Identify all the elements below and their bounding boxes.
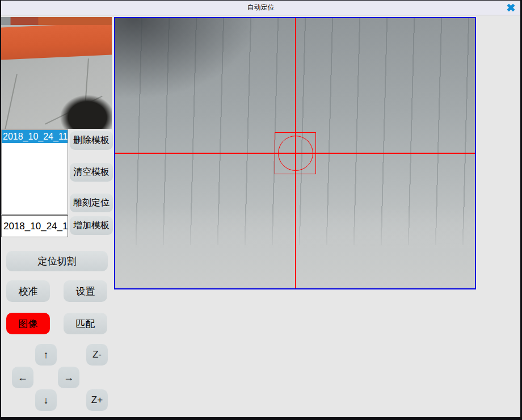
content-area: 2018_10_24_11 删除模板 清空模板 雕刻定位 增加模板 定位切割 校… [1, 15, 520, 417]
preview-tiles-decor [1, 57, 112, 129]
roi-circle [278, 136, 313, 171]
jog-right-button[interactable]: → [58, 367, 79, 388]
template-name-input[interactable] [1, 215, 68, 237]
jog-up-button[interactable]: ↑ [35, 344, 57, 366]
calibrate-button[interactable]: 校准 [6, 280, 50, 302]
image-button[interactable]: 图像 [6, 313, 50, 334]
jog-down-button[interactable]: ↓ [35, 389, 57, 411]
preview-top-strip-decor [1, 17, 112, 25]
template-list-item[interactable]: 2018_10_24_11 [2, 130, 68, 143]
close-icon [504, 2, 517, 13]
settings-button[interactable]: 设置 [64, 280, 107, 302]
close-button[interactable] [504, 2, 517, 13]
delete-template-button[interactable]: 删除模板 [70, 131, 113, 150]
template-list[interactable]: 2018_10_24_11 [1, 129, 68, 215]
add-template-button[interactable]: 增加模板 [70, 216, 113, 235]
title-bar: 自动定位 [1, 1, 520, 15]
engrave-position-button[interactable]: 雕刻定位 [70, 194, 113, 212]
z-minus-button[interactable]: Z- [86, 344, 108, 366]
template-preview-image [1, 17, 112, 129]
jog-left-button[interactable]: ← [12, 367, 33, 388]
position-cut-button[interactable]: 定位切割 [6, 251, 108, 271]
match-button[interactable]: 匹配 [64, 313, 107, 334]
preview-dark-object-decor [50, 87, 112, 129]
camera-view[interactable] [114, 17, 476, 289]
window-title: 自动定位 [247, 3, 275, 12]
camera-photo-decor [115, 18, 475, 288]
z-plus-button[interactable]: Z+ [86, 389, 108, 411]
clear-template-button[interactable]: 清空模板 [70, 163, 113, 182]
preview-orange-board-decor [1, 22, 112, 60]
